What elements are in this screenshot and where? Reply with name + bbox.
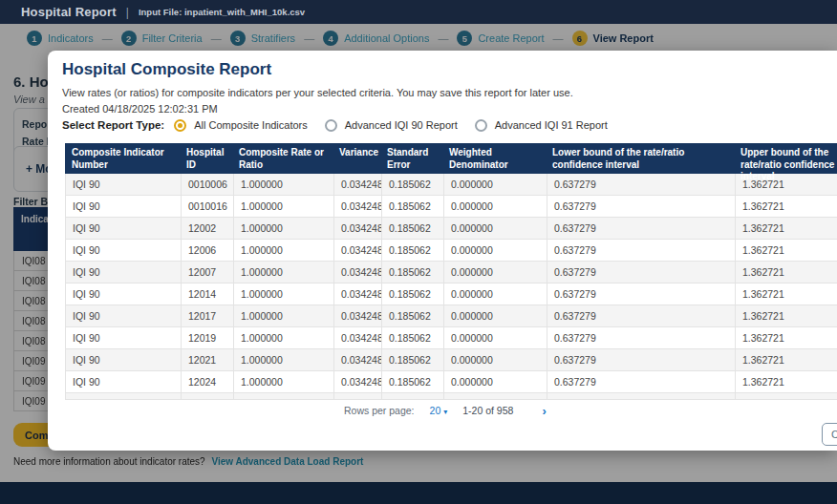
table-cell: 0.185062 bbox=[381, 174, 443, 195]
table-cell: 0.637279 bbox=[547, 240, 735, 261]
table-row: IQI 90120211.0000000.0342480.1850620.000… bbox=[66, 349, 837, 371]
table-row: IQI 90120021.0000000.0342480.1850620.000… bbox=[66, 218, 837, 240]
report-type-option-label[interactable]: Advanced IQI 90 Report bbox=[345, 119, 458, 131]
table-column-header: Standard Error bbox=[380, 143, 442, 174]
table-cell: 1.000000 bbox=[233, 284, 333, 304]
table-cell: 0.637279 bbox=[547, 174, 735, 195]
step-label: Create Report bbox=[478, 32, 544, 44]
step-label: Stratifiers bbox=[251, 32, 295, 44]
table-cell: IQI 90 bbox=[66, 349, 181, 370]
close-button[interactable]: Close bbox=[822, 423, 837, 446]
radio-icon[interactable] bbox=[475, 119, 487, 132]
table-cell: 12019 bbox=[181, 327, 233, 348]
table-cell: 1.000000 bbox=[233, 218, 333, 239]
table-column-header: Composite Indicator Number bbox=[65, 143, 180, 174]
table-column-header: Variance bbox=[333, 143, 380, 174]
table-cell: 0.000000 bbox=[443, 174, 547, 195]
table-cell: 0.185062 bbox=[381, 284, 443, 304]
table-cell: 1.362721 bbox=[735, 240, 837, 261]
table-cell: 1.362721 bbox=[735, 327, 837, 348]
report-type-group: Select Report Type: All Composite Indica… bbox=[62, 117, 617, 133]
table-cell: 0.000000 bbox=[443, 284, 547, 304]
table-row: IQI 90120141.0000000.0342480.1850620.000… bbox=[66, 284, 837, 305]
step-number-badge: 2 bbox=[121, 31, 137, 46]
table-row: IQI 90120061.0000000.0342480.1850620.000… bbox=[66, 240, 837, 262]
step-number-badge: 3 bbox=[230, 31, 246, 46]
step-connector: — bbox=[438, 32, 448, 44]
table-cell: 1.362721 bbox=[735, 349, 837, 370]
table-cell: 12021 bbox=[181, 349, 233, 370]
table-row: IQI 90120191.0000000.0342480.1850620.000… bbox=[66, 327, 837, 349]
table-cell: 0.034248 bbox=[333, 349, 381, 370]
stepper-step-stratifiers[interactable]: 3Stratifiers bbox=[230, 31, 295, 46]
step-connector: — bbox=[102, 32, 113, 44]
table-cell: 0.034248 bbox=[333, 371, 381, 392]
table-cell: 0.034248 bbox=[333, 218, 381, 239]
table-cell: 0.034248 bbox=[333, 262, 381, 283]
table-cell: 1.000000 bbox=[233, 349, 333, 370]
table-cell: 0.034248 bbox=[333, 196, 381, 217]
table-cell: 1.000000 bbox=[233, 305, 333, 326]
table-cell: 0.185062 bbox=[381, 218, 443, 239]
table-cell: 0.637279 bbox=[547, 218, 735, 239]
modal-title: Hospital Composite Report bbox=[62, 60, 271, 79]
step-number-badge: 6 bbox=[572, 31, 588, 46]
stepper-step-indicators[interactable]: 1Indicators bbox=[27, 31, 94, 46]
pagination-bar: Rows per page: 20▾ 1-20 of 958 › bbox=[344, 399, 547, 422]
wizard-stepper: 1Indicators—2Filter Criteria—3Stratifier… bbox=[0, 24, 837, 52]
radio-icon[interactable] bbox=[325, 119, 337, 132]
report-type-label: Select Report Type: bbox=[62, 119, 164, 131]
table-column-header: Composite Rate or Ratio bbox=[232, 143, 333, 174]
table-cell: 0.034248 bbox=[333, 305, 381, 326]
table-cell: 0.000000 bbox=[443, 196, 547, 217]
table-cell: 12006 bbox=[181, 240, 233, 261]
table-cell: 1.362721 bbox=[735, 196, 837, 217]
table-cell: 0.000000 bbox=[443, 240, 547, 261]
step-label: Indicators bbox=[48, 32, 94, 44]
table-cell: IQI 90 bbox=[66, 174, 181, 195]
step-connector: — bbox=[553, 32, 564, 44]
info-text: Need more information about indicator ra… bbox=[13, 456, 205, 467]
table-cell: 0.185062 bbox=[381, 240, 443, 261]
table-cell: 0.185062 bbox=[381, 371, 443, 392]
table-header-row: Composite Indicator NumberHospital IDCom… bbox=[65, 143, 837, 174]
table-row: IQI 90120241.0000000.0342480.1850620.000… bbox=[66, 371, 837, 393]
table-cell: 0.034248 bbox=[333, 174, 381, 195]
stepper-step-create-report[interactable]: 5Create Report bbox=[457, 31, 544, 46]
stepper-step-view-report[interactable]: 6View Report bbox=[572, 31, 654, 46]
table-cell: IQI 90 bbox=[66, 371, 181, 392]
table-cell: 1.362721 bbox=[735, 305, 837, 326]
rows-per-page-label: Rows per page: bbox=[344, 405, 415, 416]
table-cell: 1.000000 bbox=[233, 196, 333, 217]
table-cell: 0.185062 bbox=[381, 327, 443, 348]
next-page-icon[interactable]: › bbox=[542, 404, 546, 418]
table-cell: 0.034248 bbox=[333, 240, 381, 261]
table-cell bbox=[735, 393, 837, 400]
table-cell: IQI 90 bbox=[66, 284, 181, 304]
table-cell: 1.000000 bbox=[233, 262, 333, 283]
report-type-option-label[interactable]: Advanced IQI 91 Report bbox=[495, 119, 608, 131]
table-cell: 0.000000 bbox=[443, 305, 547, 326]
table-cell: 1.362721 bbox=[735, 284, 837, 304]
page-range-label: 1-20 of 958 bbox=[462, 405, 513, 416]
table-cell: 12024 bbox=[181, 371, 233, 392]
stepper-step-additional-options[interactable]: 4Additional Options bbox=[323, 31, 429, 46]
rows-per-page-select[interactable]: 20▾ bbox=[430, 405, 448, 416]
report-type-option-label[interactable]: All Composite Indicators bbox=[194, 119, 308, 131]
table-cell: IQI 90 bbox=[66, 262, 181, 283]
step-number-badge: 4 bbox=[323, 31, 338, 46]
info-line: Need more information about indicator ra… bbox=[13, 456, 363, 467]
table-cell: 0.637279 bbox=[547, 305, 735, 326]
step-number-badge: 5 bbox=[457, 31, 472, 46]
table-cell: 0.637279 bbox=[547, 349, 735, 370]
table-cell: 1.000000 bbox=[233, 174, 333, 195]
created-timestamp: Created 04/18/2025 12:02:31 PM bbox=[62, 103, 218, 115]
radio-icon[interactable] bbox=[174, 119, 186, 132]
advanced-data-load-link[interactable]: View Advanced Data Load Report bbox=[211, 456, 363, 467]
step-number-badge: 1 bbox=[27, 31, 42, 46]
table-cell: IQI 90 bbox=[66, 196, 181, 217]
table-cell: 0.637279 bbox=[547, 196, 735, 217]
step-connector: — bbox=[304, 32, 314, 44]
table-cell: IQI 90 bbox=[66, 305, 181, 326]
stepper-step-filter-criteria[interactable]: 2Filter Criteria bbox=[121, 31, 203, 46]
